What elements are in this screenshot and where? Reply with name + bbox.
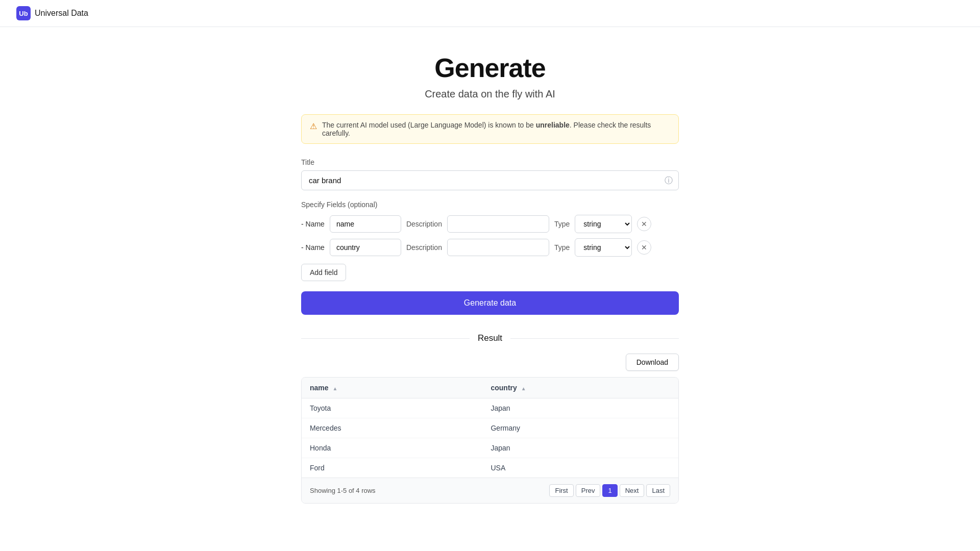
result-table: name ▲ country ▲ Toyota Japan Mercedes G… [302, 378, 678, 478]
result-divider: Result [301, 333, 679, 343]
page-subtitle: Create data on the fly with AI [301, 88, 679, 100]
cell-country-toyota: Japan [482, 398, 678, 418]
pagination-row: Showing 1-5 of 4 rows First Prev 1 Next … [302, 478, 678, 503]
result-label: Result [470, 333, 510, 343]
field-1-desc-input[interactable] [447, 215, 549, 233]
title-input[interactable] [301, 170, 679, 190]
cell-name-ford: Ford [302, 458, 482, 478]
next-button[interactable]: Next [620, 484, 645, 497]
title-label: Title [301, 158, 679, 166]
table-header-row: name ▲ country ▲ [302, 378, 678, 398]
field-1-type-select[interactable]: string number boolean date [575, 215, 632, 233]
result-table-container: name ▲ country ▲ Toyota Japan Mercedes G… [301, 377, 679, 504]
cell-country-ford: USA [482, 458, 678, 478]
download-button[interactable]: Download [626, 354, 679, 371]
page-title: Generate [301, 53, 679, 83]
field-1-remove-button[interactable]: ✕ [637, 217, 651, 231]
showing-text: Showing 1-5 of 4 rows [310, 487, 376, 494]
warning-text-prefix: The current AI model used (Large Languag… [322, 121, 536, 129]
cell-name-mercedes: Mercedes [302, 418, 482, 438]
generate-data-button[interactable]: Generate data [301, 291, 679, 315]
warning-banner: ⚠ The current AI model used (Large Langu… [301, 114, 679, 144]
col-header-name[interactable]: name ▲ [302, 378, 482, 398]
table-row: Toyota Japan [302, 398, 678, 418]
pagination-controls: First Prev 1 Next Last [549, 484, 670, 497]
warning-text-bold: unreliable [536, 121, 570, 129]
logo-container: Ub Universal Data [16, 6, 88, 20]
field-row-1: - Name Description Type string number bo… [301, 215, 679, 233]
main-content: Generate Create data on the fly with AI … [291, 27, 689, 534]
prev-button[interactable]: Prev [576, 484, 601, 497]
field-2-remove-button[interactable]: ✕ [637, 240, 651, 255]
warning-text: The current AI model used (Large Languag… [322, 121, 670, 137]
logo-icon: Ub [16, 6, 31, 20]
field-2-desc-label: Description [406, 243, 442, 252]
cell-name-honda: Honda [302, 438, 482, 458]
header: Ub Universal Data [0, 0, 980, 27]
info-icon: ⓘ [665, 175, 673, 186]
cell-country-mercedes: Germany [482, 418, 678, 438]
col-header-country[interactable]: country ▲ [482, 378, 678, 398]
last-button[interactable]: Last [646, 484, 670, 497]
brand-name: Universal Data [35, 9, 88, 18]
field-2-desc-input[interactable] [447, 239, 549, 256]
field-row-2: - Name Description Type string number bo… [301, 238, 679, 257]
field-1-desc-label: Description [406, 220, 442, 228]
cell-name-toyota: Toyota [302, 398, 482, 418]
add-field-button[interactable]: Add field [301, 264, 346, 281]
name-sort-icon: ▲ [332, 386, 337, 391]
table-body: Toyota Japan Mercedes Germany Honda Japa… [302, 398, 678, 478]
download-row: Download [301, 354, 679, 371]
field-2-type-select[interactable]: string number boolean date [575, 238, 632, 257]
field-row-1-label: - Name [301, 220, 325, 228]
current-page-button[interactable]: 1 [602, 484, 617, 497]
title-field-wrapper: ⓘ [301, 170, 679, 190]
fields-section-label: Specify Fields (optional) [301, 201, 679, 209]
field-row-2-label: - Name [301, 243, 325, 252]
field-1-type-label: Type [554, 220, 570, 228]
field-2-type-label: Type [554, 243, 570, 252]
field-2-name-input[interactable] [330, 239, 401, 256]
first-button[interactable]: First [549, 484, 573, 497]
field-1-name-input[interactable] [330, 215, 401, 233]
table-row: Ford USA [302, 458, 678, 478]
table-header: name ▲ country ▲ [302, 378, 678, 398]
warning-icon: ⚠ [310, 121, 317, 131]
cell-country-honda: Japan [482, 438, 678, 458]
country-sort-icon: ▲ [521, 386, 526, 391]
table-row: Mercedes Germany [302, 418, 678, 438]
table-row: Honda Japan [302, 438, 678, 458]
